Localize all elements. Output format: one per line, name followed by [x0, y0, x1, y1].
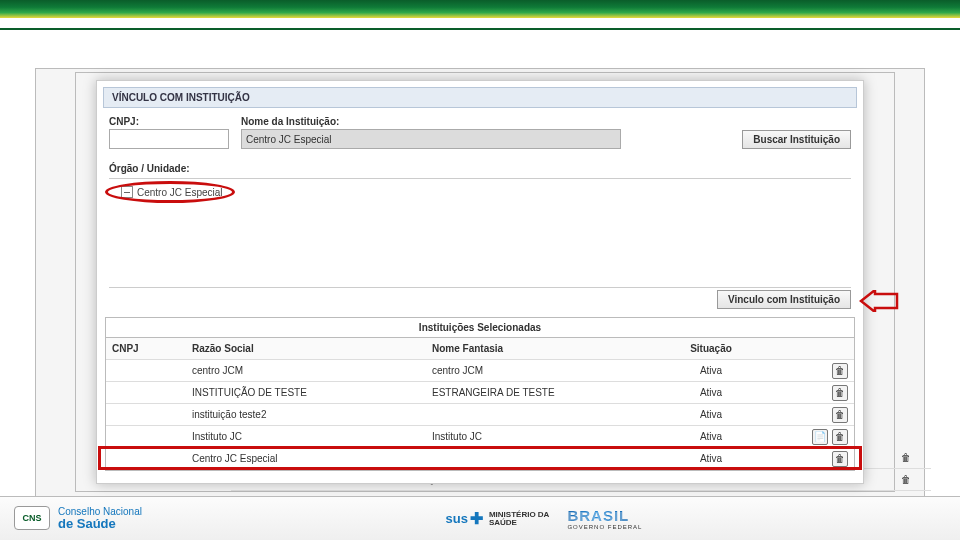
- cell-razao: instituição teste2: [186, 405, 426, 424]
- cns-logo: CNS: [14, 506, 50, 530]
- table-row: Instituto JCInstituto JCAtiva📄🗑: [106, 426, 854, 448]
- table-header-row: CNPJ Razão Social Nome Fantasia Situação: [106, 338, 854, 360]
- cnpj-input[interactable]: [109, 129, 229, 149]
- sus-logo: sus✚: [446, 509, 483, 528]
- cell-cnpj: [106, 389, 186, 397]
- cell-situacao: Ativa: [666, 427, 756, 446]
- cell-nome: ESTRANGEIRA DE TESTE: [426, 383, 666, 402]
- ministerio-label: MINISTÉRIO DA SAÚDE: [489, 511, 549, 527]
- nome-label: Nome da Instituição:: [241, 116, 621, 127]
- table-row: INSTITUIÇÃO DE TESTEESTRANGEIRA DE TESTE…: [106, 382, 854, 404]
- footer-center: sus✚ MINISTÉRIO DA SAÚDE BRASIL GOVERNO …: [142, 507, 946, 530]
- brasil-logo: BRASIL GOVERNO FEDERAL: [567, 507, 642, 530]
- vinculo-modal: VÍNCULO COM INSTITUIÇÃO CNPJ: Nome da In…: [96, 80, 864, 484]
- cell-situacao: Ativa: [666, 361, 756, 380]
- col-cnpj: CNPJ: [106, 339, 186, 358]
- buscar-button[interactable]: Buscar Instituição: [742, 130, 851, 149]
- cns-text: Conselho Nacional de Saúde: [58, 506, 142, 531]
- cell-nome: Instituto JC: [426, 427, 666, 446]
- orgao-tree: Centro JC Especial: [97, 181, 863, 285]
- page-wrap: 59 338.774/0001-70 testando novamente ad…: [0, 30, 960, 492]
- cell-nome: [426, 411, 666, 419]
- delete-icon[interactable]: 🗑: [832, 363, 848, 379]
- table-row: instituição teste2Ativa🗑: [106, 404, 854, 426]
- cell-situacao: Ativa: [666, 405, 756, 424]
- cns-big: de Saúde: [58, 517, 142, 531]
- tree-expand-icon[interactable]: [121, 186, 133, 198]
- bg-delete-icon[interactable]: 🗑: [891, 452, 921, 463]
- section-header: VÍNCULO COM INSTITUIÇÃO: [103, 87, 857, 108]
- table-row: centro JCMcentro JCMAtiva🗑: [106, 360, 854, 382]
- search-form: CNPJ: Nome da Instituição: Buscar Instit…: [97, 108, 863, 159]
- table-title: Instituições Selecionadas: [106, 318, 854, 338]
- vincular-button[interactable]: Vinculo com Instituição: [717, 290, 851, 309]
- cell-cnpj: [106, 455, 186, 463]
- orgao-label: Órgão / Unidade:: [97, 159, 863, 176]
- orgao-divider: [109, 178, 851, 179]
- cell-cnpj: [106, 433, 186, 441]
- delete-icon[interactable]: 🗑: [832, 451, 848, 467]
- cell-nome: centro JCM: [426, 361, 666, 380]
- cell-nome: [426, 455, 666, 463]
- cell-razao: Centro JC Especial: [186, 449, 426, 468]
- cell-razao: centro JCM: [186, 361, 426, 380]
- plus-icon: ✚: [470, 509, 483, 528]
- cnpj-label: CNPJ:: [109, 116, 229, 127]
- footer-left: CNS Conselho Nacional de Saúde: [14, 506, 142, 531]
- nome-input[interactable]: [241, 129, 621, 149]
- tree-item-label: Centro JC Especial: [137, 187, 223, 198]
- top-accent-bar: [0, 0, 960, 18]
- instituicoes-table: Instituições Selecionadas CNPJ Razão Soc…: [105, 317, 855, 471]
- cell-situacao: Ativa: [666, 449, 756, 468]
- col-nome: Nome Fantasia: [426, 339, 666, 358]
- cell-cnpj: [106, 367, 186, 375]
- delete-icon[interactable]: 🗑: [832, 407, 848, 423]
- bg-delete-icon[interactable]: 🗑: [891, 474, 921, 485]
- col-situacao: Situação: [666, 339, 756, 358]
- cell-razao: INSTITUIÇÃO DE TESTE: [186, 383, 426, 402]
- delete-icon[interactable]: 🗑: [832, 429, 848, 445]
- cell-cnpj: [106, 411, 186, 419]
- tree-end-divider: [109, 287, 851, 288]
- table-row: Centro JC EspecialAtiva🗑: [106, 448, 854, 470]
- footer: CNS Conselho Nacional de Saúde sus✚ MINI…: [0, 496, 960, 540]
- tree-root-item[interactable]: Centro JC Especial: [115, 185, 229, 199]
- cell-razao: Instituto JC: [186, 427, 426, 446]
- copy-icon[interactable]: 📄: [812, 429, 828, 445]
- delete-icon[interactable]: 🗑: [832, 385, 848, 401]
- col-razao: Razão Social: [186, 339, 426, 358]
- cell-situacao: Ativa: [666, 383, 756, 402]
